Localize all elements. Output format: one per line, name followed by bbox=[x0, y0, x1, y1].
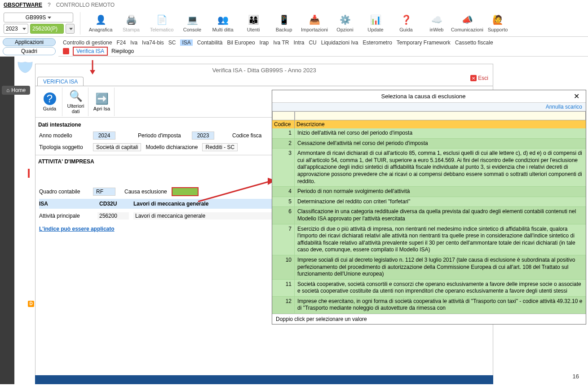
anagrafica-button[interactable]: 👤Anagrafica bbox=[86, 11, 115, 36]
tab-esterometro[interactable]: Esterometro bbox=[363, 39, 392, 46]
remote-menu[interactable]: CONTROLLO REMOTO bbox=[56, 2, 115, 8]
indice-link[interactable]: L'indice può essere applicato bbox=[39, 226, 115, 232]
tab-iva[interactable]: Iva bbox=[130, 39, 137, 46]
tab-isa[interactable]: ISA bbox=[180, 39, 192, 46]
opzioni-icon: ⚙️ bbox=[339, 14, 351, 26]
orange-tag: D bbox=[28, 301, 34, 307]
backup-button[interactable]: 📱Backup bbox=[269, 11, 299, 36]
top-menu: GBSOFTWARE ? CONTROLLO REMOTO bbox=[0, 0, 588, 10]
supporto-button[interactable]: 🙋Supporto bbox=[483, 11, 513, 36]
causa-row-1[interactable]: 1Inizio dell'attività nel corso del peri… bbox=[272, 128, 586, 139]
modal-title: Seleziona la causa di esclusione bbox=[276, 93, 571, 100]
esci-button[interactable]: ✕ Esci bbox=[470, 75, 488, 81]
stampa-icon: 🖨️ bbox=[125, 14, 137, 26]
svg-line-2 bbox=[198, 181, 270, 202]
causa-row-5[interactable]: 5Determinazione del reddito con criteri … bbox=[272, 197, 586, 207]
causa-row-3[interactable]: 3Ammontare di ricavi dichiarati di cui a… bbox=[272, 149, 586, 187]
periodo-value: 2023 bbox=[192, 132, 214, 140]
utenti-icon: 👨‍👩‍👦 bbox=[248, 14, 259, 26]
col-descrizione[interactable]: Descrizione bbox=[295, 120, 586, 128]
causa-row-6[interactable]: 6Classificazione in una categoria reddit… bbox=[272, 207, 586, 224]
backup-icon: 📱 bbox=[278, 14, 290, 26]
tab-iva-tr[interactable]: Iva TR bbox=[273, 39, 289, 46]
exit-icon: ✕ bbox=[470, 75, 477, 81]
periodo-label: Periodo d'imposta bbox=[138, 132, 187, 139]
opzioni-button[interactable]: ⚙️Opzioni bbox=[330, 11, 360, 36]
app-name[interactable]: GBSOFTWARE bbox=[4, 2, 42, 8]
update-icon: 📊 bbox=[370, 14, 381, 26]
home-button[interactable]: ⌂ Home bbox=[2, 86, 30, 95]
apri-isa-tool[interactable]: ➡️Apri Isa bbox=[89, 88, 115, 116]
shield-icon bbox=[17, 61, 33, 74]
causa-row-4[interactable]: 4Periodo di non normale svolgimento dell… bbox=[272, 187, 586, 197]
tab-liquidazioni-iva[interactable]: Liquidazioni Iva bbox=[321, 39, 358, 46]
tab-intra[interactable]: Intra bbox=[293, 39, 304, 46]
comunicazioni-button[interactable]: 📣Comunicazioni bbox=[452, 11, 482, 36]
tab-irap[interactable]: Irap bbox=[260, 39, 269, 46]
left-rail bbox=[0, 57, 14, 384]
telematico-button[interactable]: 📄Telematico bbox=[147, 11, 177, 36]
attivita-label: ATTIVITA' D'IMPRESA bbox=[38, 158, 94, 165]
telematico-icon: 📄 bbox=[156, 14, 168, 26]
tab-cu[interactable]: CU bbox=[309, 39, 316, 46]
update-button[interactable]: 📊Update bbox=[361, 11, 390, 36]
tab-controllo-di-gestione[interactable]: Controllo di gestione bbox=[63, 39, 112, 46]
code-combo[interactable]: 256200(P) bbox=[30, 24, 64, 34]
col-codice[interactable]: Codice bbox=[272, 120, 295, 128]
year-combo[interactable]: 2023 bbox=[4, 24, 28, 34]
arrow-down-annotation bbox=[89, 60, 96, 75]
inweb-icon: ☁️ bbox=[431, 14, 442, 26]
console-button[interactable]: 💻Console bbox=[177, 11, 207, 36]
annulla-scarico-button[interactable]: Annulla scarico bbox=[272, 103, 586, 111]
causa-esclusione-field[interactable] bbox=[172, 187, 199, 196]
att-principale-desc: Lavori di meccanica generale bbox=[133, 212, 273, 219]
card-title: Verifica ISA - Ditta GB999S - Anno 2023 bbox=[35, 64, 493, 76]
modal-close-button[interactable]: ✕ bbox=[571, 92, 582, 101]
stampa-button[interactable]: 🖨️Stampa bbox=[116, 11, 146, 36]
guida-button[interactable]: ❓Guida bbox=[391, 11, 421, 36]
tipologia-label: Tipologia soggetto bbox=[39, 144, 88, 150]
guida-icon: ? bbox=[44, 92, 56, 105]
verifica-isa-subtab[interactable]: Verifica ISA bbox=[73, 47, 108, 56]
quadri-button[interactable]: Quadri bbox=[3, 47, 56, 55]
main-tabs: Controllo di gestioneF24IvaIva74-bisSCIS… bbox=[58, 37, 588, 46]
causa-row-11[interactable]: 11Società cooperative, società consortil… bbox=[272, 280, 586, 297]
tab-cassetto-fiscale[interactable]: Cassetto fiscale bbox=[455, 39, 493, 46]
help-menu[interactable]: ? bbox=[48, 2, 51, 8]
importazioni-icon: 📥 bbox=[309, 14, 320, 26]
filter-desc-input[interactable] bbox=[295, 111, 586, 120]
guida-tool[interactable]: ?Guida bbox=[37, 88, 62, 116]
arrow-right-annotation bbox=[196, 177, 277, 204]
go-button[interactable] bbox=[66, 24, 75, 34]
causa-row-10[interactable]: 10Imprese sociali di cui al decreto legi… bbox=[272, 255, 586, 280]
tab-iva74-bis[interactable]: Iva74-bis bbox=[142, 39, 164, 46]
utenti-button[interactable]: 👨‍👩‍👦Utenti bbox=[239, 11, 268, 36]
causa-row-2[interactable]: 2Cessazione dell'attività nel corso del … bbox=[272, 139, 586, 149]
causa-row-12[interactable]: 12Imprese che esercitano, in ogni forma … bbox=[272, 297, 586, 314]
filter-code-input[interactable] bbox=[272, 111, 295, 120]
applicazioni-button[interactable]: Applicazioni bbox=[3, 38, 56, 46]
multi-ditta-button[interactable]: 👥Multi ditta bbox=[208, 11, 238, 36]
importazioni-button[interactable]: 📥Importazioni bbox=[300, 11, 329, 36]
isa-code: CD32U bbox=[97, 200, 129, 207]
blue-footer bbox=[35, 375, 493, 384]
apri-isa-icon: ➡️ bbox=[95, 92, 109, 105]
tab-sc[interactable]: SC bbox=[168, 39, 176, 46]
multi-ditta-icon: 👥 bbox=[217, 14, 229, 26]
tab-bil-europeo[interactable]: Bil Europeo bbox=[227, 39, 255, 46]
pdf-icon[interactable] bbox=[63, 48, 69, 54]
causa-row-7[interactable]: 7Esercizio di due o più attività di impr… bbox=[272, 224, 586, 255]
verifica-isa-tab[interactable]: VERIFICA ISA bbox=[37, 77, 84, 86]
att-principale-label: Attività principale bbox=[39, 213, 93, 219]
home-icon: ⌂ bbox=[6, 87, 9, 93]
tab-contabilità[interactable]: Contabilità bbox=[197, 39, 223, 46]
inweb-button[interactable]: ☁️inWeb bbox=[422, 11, 451, 36]
tab-f24[interactable]: F24 bbox=[116, 39, 126, 46]
comunicazioni-icon: 📣 bbox=[461, 14, 473, 26]
company-combo[interactable]: GB999S bbox=[4, 13, 73, 22]
riepilogo-subtab[interactable]: Riepilogo bbox=[111, 48, 134, 54]
modello-dich-label: Modello dichiarazione bbox=[146, 144, 198, 150]
page-number: 16 bbox=[573, 373, 579, 380]
ulteriori-dati-tool[interactable]: 🔍Ulteriori dati bbox=[63, 88, 88, 116]
tab-temporary-framework[interactable]: Temporary Framework bbox=[397, 39, 451, 46]
